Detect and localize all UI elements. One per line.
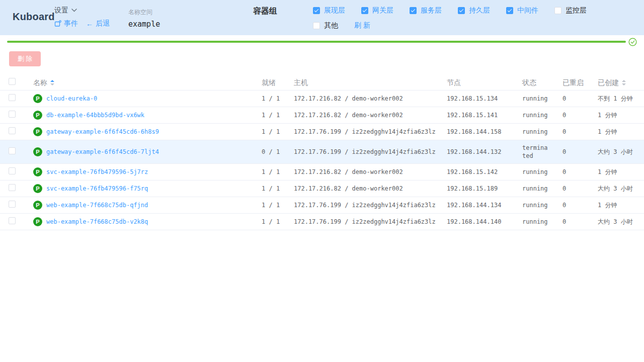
layer-filter[interactable]: 中间件 [506, 3, 538, 18]
row-checkbox[interactable] [9, 147, 16, 154]
pod-icon: P [33, 217, 42, 226]
header-links: 事件 ← 后退 [54, 19, 110, 28]
host-cell: 172.17.216.82 / demo-worker002 [289, 164, 442, 180]
host-cell: 172.17.216.82 / demo-worker002 [289, 180, 442, 197]
sort-control-name[interactable] [50, 80, 54, 85]
delete-button[interactable]: 删 除 [9, 51, 41, 66]
created-cell: 1 分钟 [593, 164, 644, 180]
layer-checkbox-label: 中间件 [517, 6, 538, 15]
layer-checkbox-label: 服务层 [421, 6, 442, 15]
pod-name-link[interactable]: gateway-example-6f6f45cd6-6h8s9 [46, 128, 159, 135]
host-cell: 172.17.216.82 / demo-worker002 [289, 90, 442, 107]
namespace-value[interactable]: example [128, 20, 160, 29]
sort-asc-caret[interactable] [50, 80, 54, 82]
host-cell: 172.17.76.199 / iz2zedgghv14j4zfia6z3lz [289, 124, 442, 140]
host-cell: 172.17.216.82 / demo-worker002 [289, 107, 442, 124]
created-cell: 1 分钟 [593, 107, 644, 124]
row-checkbox[interactable] [9, 94, 16, 101]
host-cell: 172.17.76.199 / iz2zedgghv14j4zfia6z3lz [289, 214, 442, 230]
layer-checkbox-label: 展现层 [324, 6, 345, 15]
settings-menu[interactable]: 设置 [54, 6, 110, 15]
pod-icon: P [33, 147, 42, 156]
layer-checkbox[interactable] [554, 7, 561, 14]
ready-cell: 1 / 1 [257, 197, 289, 214]
sort-desc-caret[interactable] [50, 83, 54, 85]
select-all-checkbox[interactable] [9, 78, 16, 85]
table-row: Pgateway-example-6f6f45cd6-7ljt4 0 / 1 1… [0, 140, 644, 164]
layer-filter[interactable]: 服务层 [410, 3, 442, 18]
pod-name-link[interactable]: svc-example-76fb479596-5j7rz [46, 168, 148, 175]
pod-name-link[interactable]: web-example-7f668c75db-v2k8q [46, 218, 148, 225]
progress-bar [7, 41, 626, 43]
refresh-link[interactable]: 刷 新 [354, 18, 370, 33]
row-checkbox[interactable] [9, 111, 16, 118]
sort-asc-caret[interactable] [622, 80, 626, 82]
layer-filter[interactable]: 展现层 [313, 3, 345, 18]
row-checkbox[interactable] [9, 127, 16, 134]
restarts-cell: 0 [557, 90, 593, 107]
progress-bar-row [7, 37, 637, 46]
node-cell: 192.168.144.158 [442, 124, 517, 140]
layer-checkbox[interactable] [313, 7, 320, 14]
ready-cell: 1 / 1 [257, 124, 289, 140]
layer-filter[interactable]: 网关层 [361, 3, 393, 18]
ready-cell: 1 / 1 [257, 90, 289, 107]
status-cell: terminated [517, 140, 557, 164]
row-checkbox[interactable] [9, 184, 16, 191]
restarts-cell: 0 [557, 180, 593, 197]
events-label: 事件 [64, 19, 78, 28]
row-checkbox[interactable] [9, 217, 16, 224]
layer-filter[interactable]: 监控层 [554, 3, 587, 18]
table-header-row: 名称 就绪 主机 节点 状态 已重启 已创建 [0, 74, 644, 90]
pod-name-link[interactable]: svc-example-76fb479596-f75rq [46, 185, 148, 192]
status-cell: running [517, 107, 557, 124]
layer-filter[interactable]: 持久层 [458, 3, 490, 18]
ready-cell: 1 / 1 [257, 214, 289, 230]
table-row: Pgateway-example-6f6f45cd6-6h8s9 1 / 1 1… [0, 124, 644, 140]
pod-icon: P [33, 201, 42, 210]
created-cell: 大约 3 小时 [593, 214, 644, 230]
ready-cell: 1 / 1 [257, 180, 289, 197]
namespace-block: 名称空间 example [128, 8, 160, 29]
layer-checkbox[interactable] [506, 7, 513, 14]
column-header-created: 已创建 [598, 78, 619, 86]
pod-table-body: Pcloud-eureka-0 1 / 1 172.17.216.82 / de… [0, 90, 644, 230]
created-cell: 1 分钟 [593, 124, 644, 140]
node-cell: 192.168.15.141 [442, 107, 517, 124]
back-label: 后退 [96, 19, 110, 28]
pod-icon: P [33, 94, 42, 103]
created-cell: 不到 1 分钟 [593, 90, 644, 107]
pod-name-link[interactable]: db-example-64bbb5d9bd-vx6wk [46, 112, 144, 119]
host-cell: 172.17.76.199 / iz2zedgghv14j4zfia6z3lz [289, 140, 442, 164]
app-logo[interactable]: Kuboard [13, 11, 55, 23]
restarts-cell: 0 [557, 197, 593, 214]
table-row: Pweb-example-7f668c75db-qfjnd 1 / 1 172.… [0, 197, 644, 214]
node-cell: 192.168.144.134 [442, 197, 517, 214]
layer-checkbox[interactable] [410, 7, 417, 14]
pod-name-link[interactable]: gateway-example-6f6f45cd6-7ljt4 [46, 148, 159, 155]
row-checkbox[interactable] [9, 167, 16, 174]
sort-desc-caret[interactable] [622, 83, 626, 85]
pod-name-link[interactable]: web-example-7f668c75db-qfjnd [46, 202, 148, 209]
pod-icon: P [33, 184, 42, 193]
chevron-down-icon [71, 9, 77, 12]
node-cell: 192.168.15.142 [442, 164, 517, 180]
status-cell: running [517, 180, 557, 197]
node-cell: 192.168.15.134 [442, 90, 517, 107]
sort-control-created[interactable] [622, 80, 626, 85]
created-cell: 大约 3 小时 [593, 140, 644, 164]
column-header-name: 名称 [33, 78, 47, 86]
layer-checkbox[interactable] [313, 22, 320, 29]
layer-checkbox[interactable] [361, 7, 368, 14]
layer-filter[interactable]: 其他 [313, 18, 338, 33]
row-checkbox[interactable] [9, 201, 16, 208]
table-row: Psvc-example-76fb479596-5j7rz 1 / 1 172.… [0, 164, 644, 180]
back-link[interactable]: ← 后退 [86, 19, 110, 28]
namespace-label: 名称空间 [128, 8, 160, 17]
layer-checkbox[interactable] [458, 7, 465, 14]
pod-name-link[interactable]: cloud-eureka-0 [46, 95, 97, 102]
pod-table: 名称 就绪 主机 节点 状态 已重启 已创建 Pcloud-eureka-0 1… [0, 74, 644, 230]
events-link[interactable]: 事件 [54, 19, 78, 28]
page-title: 容器组 [253, 6, 277, 17]
status-cell: running [517, 214, 557, 230]
